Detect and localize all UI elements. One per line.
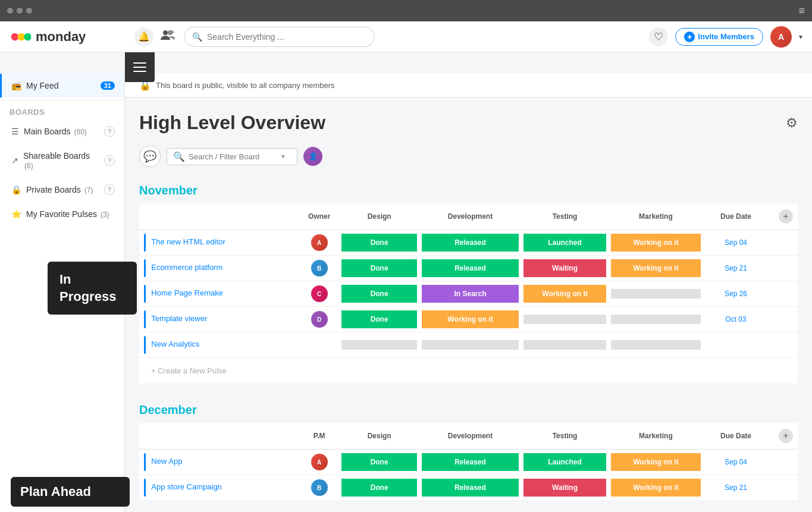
dec-design-status-1[interactable]: Done [341, 479, 417, 497]
nov-cell-testing-0[interactable]: Launched [521, 230, 609, 256]
nov-dev-status-1[interactable]: Released [422, 259, 519, 277]
hamburger-menu-button[interactable] [125, 52, 155, 82]
nov-marketing-status-3[interactable] [611, 315, 701, 324]
nov-cell-design-1[interactable]: Done [339, 256, 419, 281]
nov-pulse-name-3[interactable]: Template viewer [151, 314, 207, 323]
nov-cell-marketing-2[interactable] [609, 281, 703, 307]
nov-owner-avatar-0: A [311, 234, 328, 251]
dec-cell-marketing-0[interactable]: Working on it [609, 450, 703, 475]
dec-cell-design-1[interactable]: Done [339, 475, 419, 501]
nov-marketing-status-2[interactable] [611, 289, 701, 299]
filter-chat-button[interactable]: 💬 [139, 146, 161, 167]
dec-pulse-name-1[interactable]: App store Campaign [151, 482, 222, 491]
shareableboards-help[interactable]: ? [104, 155, 115, 166]
filter-search-input[interactable] [189, 152, 278, 161]
nov-testing-status-1[interactable]: Waiting [523, 259, 606, 277]
filter-search-bar[interactable]: 🔍 ▾ [167, 148, 297, 165]
nov-design-status-3[interactable]: Done [341, 310, 417, 328]
main-content: 🔒 This board is public, visible to all c… [125, 74, 812, 512]
nov-cell-design-4[interactable] [339, 332, 419, 358]
dec-dev-status-1[interactable]: Released [422, 479, 519, 497]
nov-cell-design-2[interactable]: Done [339, 281, 419, 307]
nov-table-row: Ecommerce platform B Done Released Waiti… [139, 256, 798, 281]
nov-pulse-name-1[interactable]: Ecommerce platform [151, 263, 222, 272]
add-column-nov-button[interactable]: + [779, 209, 793, 224]
dec-cell-marketing-1[interactable]: Working on it [609, 475, 703, 501]
nov-cell-marketing-1[interactable]: Working on it [609, 256, 703, 281]
nov-cell-dev-3[interactable]: Working on it [419, 307, 521, 332]
nov-pulse-name-4[interactable]: New Analytics [151, 340, 199, 348]
dec-cell-design-0[interactable]: Done [339, 450, 419, 475]
col-add-dec[interactable]: + [769, 423, 798, 450]
dec-pulse-name-0[interactable]: New App [151, 457, 182, 466]
mainboards-help[interactable]: ? [104, 126, 115, 137]
dec-cell-duedate-1: Sep 21 [703, 475, 769, 501]
sidebar-item-shareableboards[interactable]: ↗ Shareable Boards (6) ? [0, 144, 124, 177]
nov-design-status-1[interactable]: Done [341, 259, 417, 277]
nov-cell-dev-0[interactable]: Released [419, 230, 521, 256]
privateboards-help[interactable]: ? [104, 184, 115, 195]
search-bar[interactable]: 🔍 [184, 27, 375, 47]
dec-cell-testing-1[interactable]: Waiting [521, 475, 609, 501]
nov-testing-status-0[interactable]: Launched [523, 234, 606, 252]
dec-marketing-status-0[interactable]: Working on it [611, 453, 701, 471]
filter-user-avatar[interactable]: 👤 [303, 147, 322, 166]
nov-cell-testing-1[interactable]: Waiting [521, 256, 609, 281]
nov-dev-status-3[interactable]: Working on it [422, 310, 519, 328]
dec-dev-status-0[interactable]: Released [422, 453, 519, 471]
user-dropdown-arrow[interactable]: ▾ [799, 33, 802, 41]
filter-search-icon: 🔍 [173, 151, 185, 162]
favorites-button[interactable]: ♡ [649, 27, 668, 46]
filter-dropdown-arrow[interactable]: ▾ [281, 152, 285, 161]
nov-cell-testing-3[interactable] [521, 307, 609, 332]
nov-pulse-name-2[interactable]: Home Page Remake [151, 288, 223, 297]
nov-dev-status-2[interactable]: In Search [422, 285, 519, 303]
bell-button[interactable]: 🔔 [134, 27, 153, 46]
nov-design-status-2[interactable]: Done [341, 285, 417, 303]
nov-cell-design-3[interactable]: Done [339, 307, 419, 332]
people-icon[interactable] [161, 29, 175, 44]
nov-design-status-4[interactable] [341, 340, 417, 350]
nov-create-pulse-button[interactable]: + Create a New Pulse [144, 362, 795, 380]
dec-design-status-0[interactable]: Done [341, 453, 417, 471]
nov-design-status-0[interactable]: Done [341, 234, 417, 252]
nov-cell-marketing-3[interactable] [609, 307, 703, 332]
nov-testing-status-3[interactable] [523, 315, 606, 324]
nov-testing-status-2[interactable]: Working on it [523, 285, 606, 303]
nov-dev-status-0[interactable]: Released [422, 234, 519, 252]
dec-cell-testing-0[interactable]: Launched [521, 450, 609, 475]
nov-marketing-status-0[interactable]: Working on it [611, 234, 701, 252]
os-menu-icon[interactable]: ≡ [798, 5, 805, 17]
nov-marketing-status-1[interactable]: Working on it [611, 259, 701, 277]
invite-members-button[interactable]: + Invite Members [675, 28, 763, 46]
dec-testing-status-1[interactable]: Waiting [523, 479, 606, 497]
dec-cell-dev-0[interactable]: Released [419, 450, 521, 475]
sidebar-item-mainboards[interactable]: ☰ Main Boards (80) ? [0, 119, 124, 144]
dec-table-row: New App A Done Released Launched Working… [139, 450, 798, 475]
nov-cell-dev-1[interactable]: Released [419, 256, 521, 281]
nov-cell-marketing-0[interactable]: Working on it [609, 230, 703, 256]
sidebar-item-privateboards[interactable]: 🔒 Private Boards (7) ? [0, 177, 124, 202]
nov-pulse-name-0[interactable]: The new HTML editor [151, 237, 225, 246]
nov-cell-testing-2[interactable]: Working on it [521, 281, 609, 307]
add-column-dec-button[interactable]: + [779, 429, 793, 443]
dec-testing-status-0[interactable]: Launched [523, 453, 606, 471]
nov-cell-marketing-4[interactable] [609, 332, 703, 358]
board-settings-button[interactable]: ⚙ [786, 115, 798, 131]
nov-cell-dev-2[interactable]: In Search [419, 281, 521, 307]
nov-cell-testing-4[interactable] [521, 332, 609, 358]
nov-cell-dev-4[interactable] [419, 332, 521, 358]
col-add-nov[interactable]: + [769, 203, 798, 230]
col-duedate-dec: Due Date [703, 423, 769, 450]
nov-marketing-status-4[interactable] [611, 340, 701, 350]
nov-cell-design-0[interactable]: Done [339, 230, 419, 256]
user-avatar[interactable]: A [770, 26, 792, 48]
dec-marketing-status-1[interactable]: Working on it [611, 479, 701, 497]
sidebar-item-favoritepulses[interactable]: ⭐ My Favorite Pulses (3) [0, 202, 124, 226]
board-notice-bar: 🔒 This board is public, visible to all c… [125, 74, 812, 98]
search-input[interactable] [207, 32, 367, 42]
nov-testing-status-4[interactable] [523, 340, 606, 350]
dec-cell-dev-1[interactable]: Released [419, 475, 521, 501]
sidebar-item-myfeed[interactable]: 📻 My Feed 31 [0, 74, 124, 98]
nov-dev-status-4[interactable] [422, 340, 519, 350]
